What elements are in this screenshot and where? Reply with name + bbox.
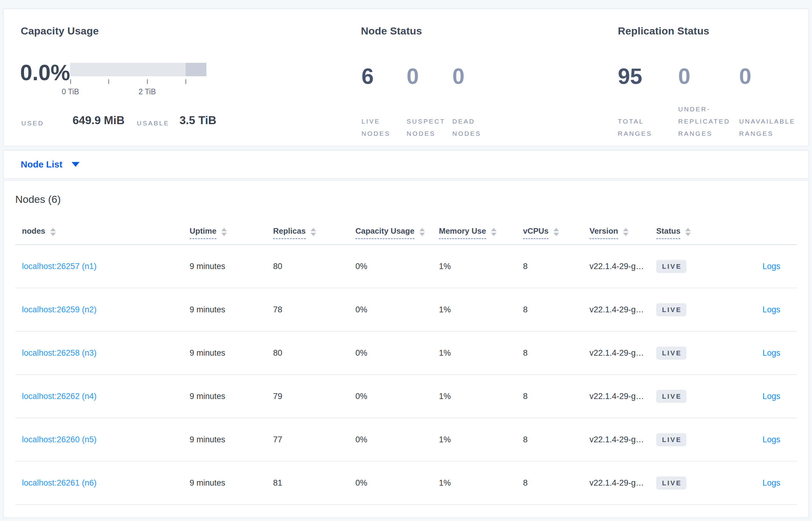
node-cell: localhost:26259 (n2) (15, 305, 190, 315)
status-cell: LIVE (656, 433, 720, 446)
version-cell: v22.1.4-29-g… (590, 392, 656, 401)
capacity-bar-dark-segment (186, 63, 206, 76)
logs-link[interactable]: Logs (762, 262, 780, 271)
node-cell: localhost:26257 (n1) (15, 262, 190, 271)
status-cell: LIVE (656, 303, 720, 316)
logs-link[interactable]: Logs (762, 305, 780, 314)
logs-cell: Logs (720, 262, 797, 271)
metric-label: TOTALRANGES (618, 115, 678, 140)
logs-cell: Logs (720, 348, 797, 358)
table-row: localhost:26257 (n1)9 minutes800%1%8v22.… (15, 245, 797, 288)
capacity-usage-cell: 0% (355, 348, 439, 358)
column-header-label[interactable]: Replicas (273, 226, 306, 239)
version-cell: v22.1.4-29-g… (590, 305, 656, 315)
node-link[interactable]: localhost:26258 (n3) (22, 348, 97, 358)
status-badge: LIVE (656, 260, 687, 273)
status-badge: LIVE (656, 433, 687, 446)
column-header-vcpus[interactable]: vCPUs (523, 226, 590, 239)
capacity-usage-cell: 0% (355, 262, 439, 271)
table-row: localhost:26262 (n4)9 minutes790%1%8v22.… (15, 375, 797, 418)
capacity-usage-cell: 0% (355, 478, 439, 488)
logs-cell: Logs (720, 305, 797, 315)
metric-suspect-nodes: 0SUSPECTNODES (407, 65, 452, 140)
uptime-cell: 9 minutes (190, 262, 273, 271)
table-row: localhost:26259 (n2)9 minutes780%1%8v22.… (15, 288, 797, 332)
uptime-cell: 9 minutes (190, 435, 273, 445)
node-cell: localhost:26262 (n4) (15, 392, 190, 401)
capacity-usage-cell: 0% (355, 392, 439, 401)
column-header-uptime[interactable]: Uptime (190, 226, 273, 239)
metric-under--replicated-ranges: 0UNDER-REPLICATEDRANGES (678, 65, 739, 140)
memory-use-cell: 1% (439, 262, 523, 271)
column-header-version[interactable]: Version (590, 226, 656, 239)
node-cell: localhost:26261 (n6) (15, 478, 190, 488)
column-header-label[interactable]: Version (590, 226, 618, 239)
logs-link[interactable]: Logs (762, 392, 780, 401)
replicas-cell: 80 (273, 348, 355, 358)
logs-link[interactable]: Logs (762, 348, 780, 358)
table-row: localhost:26260 (n5)9 minutes770%1%8v22.… (15, 418, 797, 461)
node-link[interactable]: localhost:26257 (n1) (22, 262, 97, 271)
version-cell: v22.1.4-29-g… (590, 348, 656, 358)
capacity-used-percent: 0.0% (20, 62, 70, 84)
usable-value: 3.5 TiB (180, 115, 216, 126)
memory-use-cell: 1% (439, 478, 523, 488)
metric-live-nodes: 6LIVENODES (361, 65, 407, 140)
logs-link[interactable]: Logs (762, 435, 780, 444)
metric-label: SUSPECTNODES (407, 115, 452, 140)
memory-use-cell: 1% (439, 305, 523, 315)
vcpus-cell: 8 (523, 262, 590, 271)
column-header-label[interactable]: Uptime (190, 226, 216, 239)
metric-value: 0 (678, 65, 739, 87)
vcpus-cell: 8 (523, 305, 590, 315)
used-label: USED (21, 119, 44, 127)
node-status-metrics: 6LIVENODES0SUSPECTNODES0DEADNODES (361, 65, 504, 140)
used-value: 649.9 MiB (73, 115, 125, 126)
vcpus-cell: 8 (523, 348, 590, 358)
version-cell: v22.1.4-29-g… (590, 478, 656, 488)
table-row: localhost:26258 (n3)9 minutes800%1%8v22.… (15, 332, 797, 375)
version-cell: v22.1.4-29-g… (590, 262, 656, 271)
sort-icon (491, 228, 497, 236)
column-header-label[interactable]: Memory Use (439, 226, 486, 239)
metric-value: 0 (739, 65, 812, 87)
column-header-label[interactable]: Capacity Usage (355, 226, 414, 239)
uptime-cell: 9 minutes (190, 392, 273, 401)
logs-cell: Logs (720, 435, 797, 445)
status-cell: LIVE (656, 346, 720, 360)
column-header-label[interactable]: vCPUs (523, 226, 549, 239)
memory-use-cell: 1% (439, 348, 523, 358)
metric-value: 6 (361, 65, 407, 87)
status-badge: LIVE (656, 303, 687, 316)
vcpus-cell: 8 (523, 392, 590, 401)
node-link[interactable]: localhost:26260 (n5) (22, 435, 97, 444)
column-header-label[interactable]: nodes (22, 226, 45, 239)
metric-value: 0 (407, 65, 452, 87)
caret-down-icon (72, 162, 79, 167)
memory-use-cell: 1% (439, 392, 523, 401)
node-cell: localhost:26260 (n5) (15, 435, 190, 445)
sort-icon (50, 228, 56, 236)
column-header-label[interactable]: Status (656, 226, 680, 239)
replication-status-title: Replication Status (618, 25, 709, 37)
column-header-replicas[interactable]: Replicas (273, 226, 355, 239)
metric-label: LIVENODES (361, 115, 407, 140)
column-header-capacity-usage[interactable]: Capacity Usage (355, 226, 439, 239)
node-link[interactable]: localhost:26262 (n4) (22, 392, 97, 401)
column-header-memory-use[interactable]: Memory Use (439, 226, 523, 239)
replication-status-metrics: 95TOTALRANGES0UNDER-REPLICATEDRANGES0UNA… (618, 65, 812, 140)
metric-dead-nodes: 0DEADNODES (452, 65, 504, 140)
node-link[interactable]: localhost:26261 (n6) (22, 478, 97, 488)
capacity-usage-title: Capacity Usage (21, 25, 99, 37)
table-row: localhost:26261 (n6)9 minutes810%1%8v22.… (15, 461, 797, 505)
uptime-cell: 9 minutes (190, 478, 273, 488)
status-badge: LIVE (656, 346, 687, 360)
logs-link[interactable]: Logs (762, 478, 780, 488)
column-header-status[interactable]: Status (656, 226, 720, 239)
node-status-title: Node Status (361, 25, 422, 37)
column-header-nodes[interactable]: nodes (15, 226, 190, 239)
node-list-dropdown[interactable]: Node List (21, 159, 63, 169)
vcpus-cell: 8 (523, 478, 590, 488)
metric-label: UNDER-REPLICATEDRANGES (678, 103, 739, 140)
node-link[interactable]: localhost:26259 (n2) (22, 305, 97, 314)
